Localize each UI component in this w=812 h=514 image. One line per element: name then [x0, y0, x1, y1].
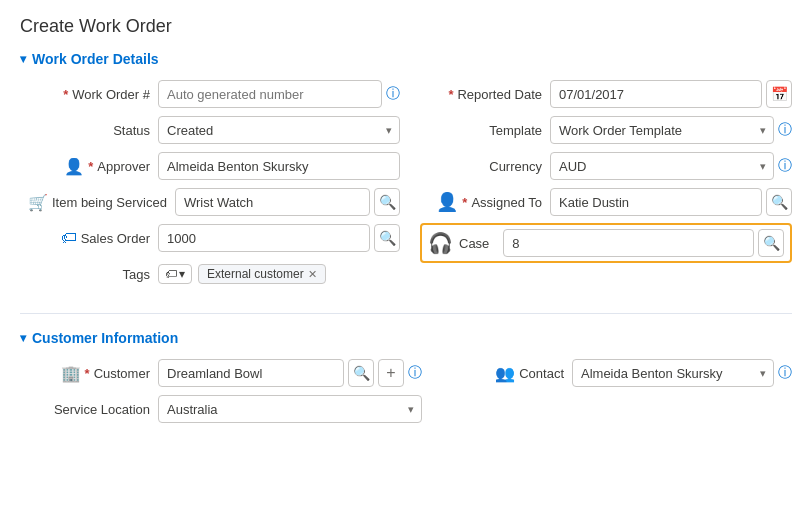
item-service-label: 🛒 Item being Serviced: [28, 193, 175, 212]
customer-info-icon[interactable]: ⓘ: [408, 364, 422, 382]
template-label: Template: [420, 123, 550, 138]
currency-select-wrapper: AUD USD EUR ▾: [550, 152, 774, 180]
chip-close-button[interactable]: ✕: [308, 268, 317, 281]
approver-icon: 👤: [64, 157, 84, 176]
contact-control: Almeida Benton Skursky ▾ ⓘ: [572, 359, 792, 387]
sales-order-search-button[interactable]: 🔍: [374, 224, 400, 252]
calendar-icon: 📅: [771, 86, 788, 102]
chip-label: External customer: [207, 267, 304, 281]
status-control: Created Open Closed ▾: [158, 116, 400, 144]
required-marker-date: *: [448, 87, 453, 102]
work-order-details-section: ▾ Work Order Details * Work Order # ⓘ St…: [20, 51, 792, 295]
required-marker-approver: *: [88, 159, 93, 174]
approver-row: 👤 * Approver: [28, 151, 400, 181]
cart-icon: 🛒: [28, 193, 48, 212]
customer-search-button[interactable]: 🔍: [348, 359, 374, 387]
case-highlighted-wrapper: 🎧 Case 🔍: [420, 223, 792, 263]
chevron-icon: ▾: [20, 52, 26, 66]
reported-date-input[interactable]: [550, 80, 762, 108]
section-title-work-order: Work Order Details: [32, 51, 159, 67]
work-order-form-grid: * Work Order # ⓘ Status Created: [20, 79, 792, 295]
service-location-label: Service Location: [28, 402, 158, 417]
section-header-work-order[interactable]: ▾ Work Order Details: [20, 51, 792, 67]
tags-dropdown-button[interactable]: 🏷 ▾: [158, 264, 192, 284]
left-column: * Work Order # ⓘ Status Created: [28, 79, 400, 295]
item-service-row: 🛒 Item being Serviced 🔍: [28, 187, 400, 217]
case-search-button[interactable]: 🔍: [758, 229, 784, 257]
currency-info-icon[interactable]: ⓘ: [778, 157, 792, 175]
calendar-button[interactable]: 📅: [766, 80, 792, 108]
case-label: Case: [459, 236, 497, 251]
approver-label: 👤 * Approver: [28, 157, 158, 176]
status-row: Status Created Open Closed ▾: [28, 115, 400, 145]
required-marker-customer: *: [85, 366, 90, 381]
case-row: 🎧 Case 🔍: [420, 223, 792, 263]
sales-order-control: 🔍: [158, 224, 400, 252]
case-control: 🔍: [503, 229, 784, 257]
assigned-to-search-button[interactable]: 🔍: [766, 188, 792, 216]
service-location-row: Service Location Australia USA UK ▾: [28, 394, 422, 424]
case-input[interactable]: [503, 229, 754, 257]
sales-order-input[interactable]: [158, 224, 370, 252]
tags-row: Tags 🏷 ▾ External customer ✕: [28, 259, 400, 289]
customer-form-grid: 🏢 * Customer 🔍 + ⓘ Service Location: [20, 358, 792, 430]
item-service-search-button[interactable]: 🔍: [374, 188, 400, 216]
status-select-wrapper: Created Open Closed ▾: [158, 116, 400, 144]
customer-information-section: ▾ Customer Information 🏢 * Customer 🔍 + …: [20, 330, 792, 430]
section-title-customer: Customer Information: [32, 330, 178, 346]
currency-select[interactable]: AUD USD EUR: [550, 152, 774, 180]
contact-label: 👥 Contact: [442, 364, 572, 383]
section-divider: [20, 313, 792, 314]
contact-select[interactable]: Almeida Benton Skursky: [572, 359, 774, 387]
page-title: Create Work Order: [20, 16, 792, 37]
contact-select-wrapper: Almeida Benton Skursky ▾: [572, 359, 774, 387]
contact-row: 👥 Contact Almeida Benton Skursky ▾ ⓘ: [442, 358, 792, 388]
customer-row: 🏢 * Customer 🔍 + ⓘ: [28, 358, 422, 388]
customer-add-button[interactable]: +: [378, 359, 404, 387]
tags-label: Tags: [28, 267, 158, 282]
tags-control: 🏷 ▾ External customer ✕: [158, 264, 400, 284]
tags-row-inner: 🏷 ▾ External customer ✕: [158, 264, 326, 284]
item-service-control: 🔍: [175, 188, 400, 216]
item-service-input[interactable]: [175, 188, 370, 216]
approver-control: [158, 152, 400, 180]
assigned-to-row: 👤 * Assigned To 🔍: [420, 187, 792, 217]
right-column: * Reported Date 📅 Template: [420, 79, 792, 295]
customer-label: 🏢 * Customer: [28, 364, 158, 383]
assigned-to-icon: 👤: [436, 191, 458, 213]
required-marker-assigned: *: [462, 195, 467, 210]
work-order-num-label: * Work Order #: [28, 87, 158, 102]
sales-order-icon: 🏷: [61, 229, 77, 247]
service-location-select-wrapper: Australia USA UK ▾: [158, 395, 422, 423]
work-order-num-row: * Work Order # ⓘ: [28, 79, 400, 109]
work-order-num-info-icon[interactable]: ⓘ: [386, 85, 400, 103]
work-order-num-input[interactable]: [158, 80, 382, 108]
template-select[interactable]: Work Order Template Standard Template: [550, 116, 774, 144]
status-select[interactable]: Created Open Closed: [158, 116, 400, 144]
tag-icon: 🏷: [165, 267, 177, 281]
assigned-to-input[interactable]: [550, 188, 762, 216]
customer-right-column: 👥 Contact Almeida Benton Skursky ▾ ⓘ: [442, 358, 792, 430]
status-label: Status: [28, 123, 158, 138]
reported-date-row: * Reported Date 📅: [420, 79, 792, 109]
template-select-wrapper: Work Order Template Standard Template ▾: [550, 116, 774, 144]
contact-info-icon[interactable]: ⓘ: [778, 364, 792, 382]
approver-input[interactable]: [158, 152, 400, 180]
section-header-customer[interactable]: ▾ Customer Information: [20, 330, 792, 346]
building-icon: 🏢: [61, 364, 81, 383]
sales-order-row: 🏷 Sales Order 🔍: [28, 223, 400, 253]
tag-chevron-icon: ▾: [179, 267, 185, 281]
assigned-to-label: 👤 * Assigned To: [420, 191, 550, 213]
currency-control: AUD USD EUR ▾ ⓘ: [550, 152, 792, 180]
currency-label: Currency: [420, 159, 550, 174]
case-headphone-icon: 🎧: [428, 231, 453, 255]
template-row: Template Work Order Template Standard Te…: [420, 115, 792, 145]
customer-input[interactable]: [158, 359, 344, 387]
sales-order-label: 🏷 Sales Order: [28, 229, 158, 247]
currency-row: Currency AUD USD EUR ▾ ⓘ: [420, 151, 792, 181]
service-location-select[interactable]: Australia USA UK: [158, 395, 422, 423]
template-info-icon[interactable]: ⓘ: [778, 121, 792, 139]
customer-left-column: 🏢 * Customer 🔍 + ⓘ Service Location: [28, 358, 422, 430]
template-control: Work Order Template Standard Template ▾ …: [550, 116, 792, 144]
service-location-control: Australia USA UK ▾: [158, 395, 422, 423]
